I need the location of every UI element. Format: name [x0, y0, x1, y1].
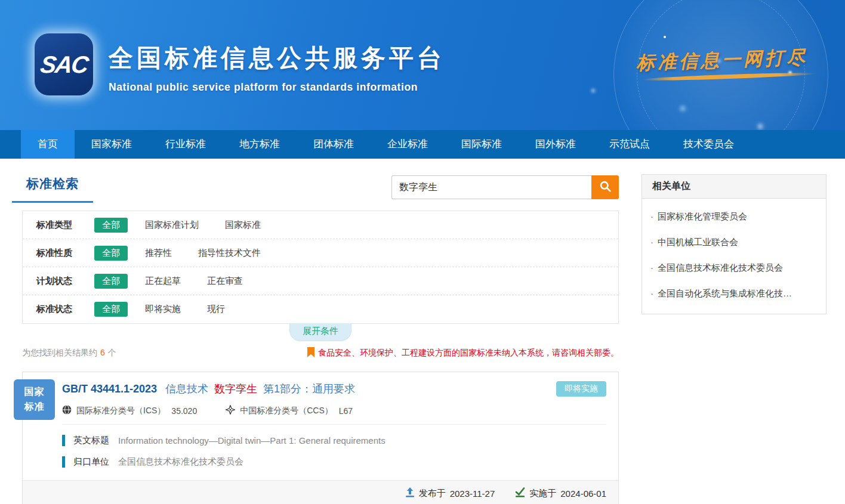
card-body: GB/T 43441.1-2023 信息技术 数字孪生 第1部分：通用要求 即将…: [23, 372, 618, 480]
site-subtitle: National public service platform for sta…: [109, 81, 445, 94]
section-title-underline: 标准检索: [12, 174, 93, 203]
compass-icon: [226, 405, 240, 416]
sparkle-dots-decoration: [664, 36, 666, 38]
standard-code-link[interactable]: GB/T 43441.1-2023: [62, 383, 157, 395]
site-header: SAC 全国标准信息公共服务平台 National public service…: [0, 0, 845, 130]
ics-group: 国际标准分类号（ICS） 35.020: [62, 405, 197, 416]
search-box: [391, 175, 619, 199]
ics-value: 35.020: [171, 406, 197, 416]
search-header-row: 标准检索: [12, 174, 619, 203]
ccs-label: 中国标准分类号（CCS）: [240, 406, 333, 416]
related-units-panel: 相关单位 国家标准化管理委员会 中国机械工业联合会 全国信息技术标准化技术委员会…: [642, 174, 827, 314]
nav-item-pilot-demo[interactable]: 示范试点: [593, 130, 667, 159]
ics-label: 国际标准分类号（ICS）: [76, 406, 165, 416]
filter-options: 全部 即将实施 现行: [94, 302, 251, 317]
related-unit-link[interactable]: 全国信息技术标准化技术委员会: [642, 255, 826, 281]
system-notice: 食品安全、环境保护、工程建设方面的国家标准未纳入本系统，请咨询相关部委。: [307, 347, 619, 359]
related-unit-link[interactable]: 国家标准化管理委员会: [642, 204, 826, 230]
result-count: 为您找到相关结果约6个: [22, 348, 116, 358]
related-units-title: 相关单位: [642, 175, 826, 199]
filter-option[interactable]: 推荐性: [145, 248, 172, 259]
filter-label: 标准性质: [36, 248, 94, 259]
filter-options: 全部 正在起草 正在审查: [94, 274, 269, 289]
field-label: 英文标题: [73, 435, 109, 446]
search-input[interactable]: [391, 175, 591, 199]
nav-item-home[interactable]: 首页: [21, 130, 75, 159]
filter-row-standard-status: 标准状态 全部 即将实施 现行: [23, 295, 618, 323]
nav-item-national-standards[interactable]: 国家标准: [75, 130, 149, 159]
filter-label: 计划状态: [36, 276, 94, 287]
field-value: Information technology—Digital twin—Part…: [118, 435, 386, 446]
filter-option-selected[interactable]: 全部: [94, 302, 128, 317]
filter-options: 全部 推荐性 指导性技术文件: [94, 246, 287, 261]
main-inner: 标准类型 全部 国家标准计划 国家标准 标准性质 全部 推荐性 指导性技术文件: [22, 211, 619, 504]
related-unit-link[interactable]: 全国自动化系统与集成标准化技…: [642, 281, 826, 307]
standard-title-segment[interactable]: 第1部分：通用要求: [263, 382, 355, 396]
site-title-group: 全国标准信息公共服务平台 National public service pla…: [109, 42, 445, 94]
english-title-field: 英文标题 Information technology—Digital twin…: [62, 435, 606, 446]
badge-line1: 国家: [14, 385, 55, 400]
search-icon: [599, 180, 612, 194]
status-badge: 即将实施: [556, 381, 606, 397]
check-icon: [515, 487, 525, 499]
field-value: 全国信息技术标准化技术委员会: [118, 456, 243, 468]
main-nav: 首页 国家标准 行业标准 地方标准 团体标准 企业标准 国际标准 国外标准 示范…: [0, 130, 845, 159]
publish-date: 2023-11-27: [450, 488, 495, 499]
filter-option-selected[interactable]: 全部: [94, 246, 128, 261]
result-count-prefix: 为您找到相关结果约: [22, 348, 97, 357]
filter-option-selected[interactable]: 全部: [94, 274, 128, 289]
nav-item-industry-standards[interactable]: 行业标准: [149, 130, 223, 159]
filter-row-standard-nature: 标准性质 全部 推荐性 指导性技术文件: [23, 239, 618, 267]
filter-option-selected[interactable]: 全部: [94, 218, 128, 233]
expand-conditions-button[interactable]: 展开条件: [289, 323, 351, 341]
nav-item-foreign-standards[interactable]: 国外标准: [519, 130, 593, 159]
filter-option[interactable]: 现行: [207, 304, 225, 315]
search-button[interactable]: [591, 175, 619, 199]
sac-logo[interactable]: SAC: [35, 33, 93, 95]
standard-title-row: GB/T 43441.1-2023 信息技术 数字孪生 第1部分：通用要求 即将…: [62, 381, 606, 397]
filter-option[interactable]: 国家标准计划: [145, 219, 199, 231]
filter-label: 标准状态: [36, 304, 94, 315]
card-footer: 发布于 2023-11-27 实施于 2024-06-01: [23, 480, 618, 504]
implement-label: 实施于: [529, 488, 556, 499]
nav-item-group-standards[interactable]: 团体标准: [297, 130, 371, 159]
implement-date: 2024-06-01: [560, 488, 606, 499]
standard-result-card: 国家 标准 GB/T 43441.1-2023 信息技术 数字孪生 第1部分：通…: [22, 372, 619, 504]
standard-title-segment[interactable]: 信息技术: [165, 382, 208, 396]
filter-row-plan-status: 计划状态 全部 正在起草 正在审查: [23, 267, 618, 295]
publish-icon: [405, 487, 415, 499]
filter-option[interactable]: 正在审查: [207, 276, 243, 287]
filter-panel: 标准类型 全部 国家标准计划 国家标准 标准性质 全部 推荐性 指导性技术文件: [22, 211, 619, 324]
ccs-value: L67: [339, 406, 353, 416]
nav-item-international-standards[interactable]: 国际标准: [445, 130, 519, 159]
nav-item-technical-committees[interactable]: 技术委员会: [667, 130, 751, 159]
card-divider: [62, 424, 606, 425]
filter-option[interactable]: 即将实施: [145, 304, 181, 315]
globe-icon: [62, 405, 76, 416]
committee-field: 归口单位 全国信息技术标准化技术委员会: [62, 456, 606, 468]
filter-options: 全部 国家标准计划 国家标准: [94, 218, 287, 233]
national-standard-badge[interactable]: 国家 标准: [14, 379, 55, 420]
related-unit-link[interactable]: 中国机械工业联合会: [642, 230, 826, 255]
filter-label: 标准类型: [36, 219, 94, 231]
standard-title-highlight[interactable]: 数字孪生: [214, 382, 257, 396]
field-bar-decoration: [62, 456, 65, 468]
implement-date-group: 实施于 2024-06-01: [515, 487, 606, 499]
ccs-group: 中国标准分类号（CCS） L67: [226, 405, 353, 416]
bookmark-icon: [307, 347, 318, 359]
site-title: 全国标准信息公共服务平台: [109, 42, 445, 75]
field-label: 归口单位: [73, 456, 109, 468]
filter-option[interactable]: 正在起草: [145, 276, 181, 287]
results-info-row: 为您找到相关结果约6个 食品安全、环境保护、工程建设方面的国家标准未纳入本系统，…: [22, 347, 619, 359]
result-count-suffix: 个: [108, 348, 116, 357]
badge-line2: 标准: [14, 400, 55, 415]
filter-row-standard-type: 标准类型 全部 国家标准计划 国家标准: [23, 211, 618, 239]
filter-option[interactable]: 指导性技术文件: [198, 248, 261, 259]
result-count-number: 6: [100, 348, 105, 357]
filter-option[interactable]: 国家标准: [225, 219, 261, 231]
classification-row: 国际标准分类号（ICS） 35.020 中国标准分类号（CCS） L67: [62, 405, 606, 416]
related-units-list: 国家标准化管理委员会 中国机械工业联合会 全国信息技术标准化技术委员会 全国自动…: [642, 199, 826, 314]
page-title: 标准检索: [26, 177, 79, 190]
nav-item-enterprise-standards[interactable]: 企业标准: [371, 130, 445, 159]
nav-item-local-standards[interactable]: 地方标准: [223, 130, 297, 159]
